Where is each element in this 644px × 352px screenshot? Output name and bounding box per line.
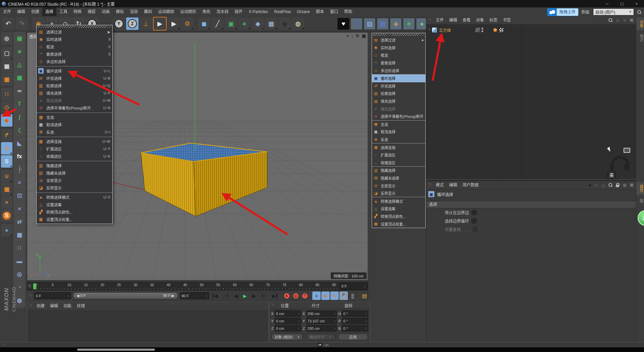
autokey-button[interactable]: ◎ [291,292,300,300]
tweak-cage-icon[interactable]: ▣ [14,32,25,45]
menubar-item[interactable]: 渲染 [127,7,141,16]
panel-menu-item[interactable]: 对象 [473,16,487,24]
undo-button[interactable]: ↶ [2,17,14,30]
render-settings-button[interactable]: ⚙ [181,17,194,30]
shrink-selection-icon[interactable]: ↓ 收缩选区 U~K [37,152,112,160]
xp-scene-button[interactable]: ▨ [364,18,376,30]
viewport-filter-button[interactable]: ● [1,142,12,155]
show-all-icon[interactable]: ◎ 全部显示 [37,177,112,184]
menubar-item[interactable]: RealFlow [271,7,294,16]
goto-end-button[interactable]: ▶ [271,292,279,300]
select-connected-icon[interactable]: ▩ 选择连接 [372,143,425,151]
phong-break-icon[interactable]: ⊘ 选择平滑着色(Phong)断开 U~N [37,104,112,112]
hide-unselected-icon[interactable]: ▤ 隐藏未选择 [37,169,112,177]
invert-selection-icon[interactable]: ⊠ 反选 [372,136,425,143]
make-editable-button[interactable]: ◍ [1,32,12,45]
mirror-button[interactable]: × [1,196,12,209]
record-pla-button[interactable]: ⣿ [348,292,357,300]
maximize-button[interactable]: ▢ [614,0,629,7]
object-tree[interactable]: └ 立方体 英 [426,24,636,179]
record-rotation-button[interactable]: ↻ [330,292,339,300]
phong-break-icon[interactable]: ⊘ 选择平滑着色(Phong)断开 [372,113,425,120]
randomize-icon[interactable]: ⊡ [14,189,25,202]
rectangle-selection-icon[interactable]: □ 框选 [372,51,425,59]
panel-menu-item[interactable]: 模式 [433,181,446,189]
fill-selection-icon[interactable]: ▨ 填充选择 [372,97,425,105]
vertical-tab[interactable]: 属性 [636,182,644,195]
menubar-item[interactable]: 运动跟踪 [155,7,177,16]
am-parent-icon[interactable]: △ [601,182,606,188]
drag-upload-button[interactable]: 拖拽上传 [547,8,579,16]
path-selection-icon[interactable]: ◈ 路径选择 U~M [37,97,112,104]
menubar-item[interactable]: 窗口 [327,7,341,16]
option-row[interactable]: 停止在边界边 [426,208,636,217]
select-all-icon[interactable]: ▦ 全选 [372,120,425,128]
notification-badge[interactable]: 25 [638,210,644,226]
vertical-tab[interactable]: 层 [636,196,644,205]
invert-visibility-icon[interactable]: ◪ 反转显示 [37,184,112,191]
scale-sphere-button[interactable]: S [1,209,12,222]
size-y-field[interactable]: 73.107 cm↕ [306,318,337,324]
viewport-rotate-icon[interactable]: ↻ [356,33,360,39]
menubar-item[interactable]: 帮助 [341,7,355,16]
align-icon[interactable]: ◎ [14,268,25,280]
fill-selection-icon[interactable]: ▨ 填充选择 U~F [37,89,112,97]
menubar-item[interactable]: 雕刻 [141,7,155,16]
checkbox[interactable] [472,210,477,215]
text-object-icon[interactable]: T [14,98,25,110]
array-object-icon[interactable]: ∗ [14,45,25,58]
visibility-toggles[interactable] [475,28,489,32]
rectangle-selection-icon[interactable]: □ 框选 0 [37,43,112,50]
am-forward-icon[interactable]: ▷ [594,182,599,188]
path-selection-icon[interactable]: ◈ 路径选择 [372,105,425,113]
om-search-icon[interactable] [608,17,613,23]
fracture-object-icon[interactable]: ▦ [14,72,25,84]
timeline-frame-spinner[interactable]: 0 F↕ [340,283,367,290]
spline-pen-button[interactable]: ╱ [211,17,224,30]
next-frame-button[interactable]: ▶ [250,292,258,300]
vertex-weight-icon[interactable]: ▩ 设置顶点权重... [37,216,112,223]
menubar-item[interactable]: 动画 [99,7,113,16]
am-target-icon[interactable]: ◎ [622,182,627,188]
am-search-icon[interactable] [608,182,613,188]
viewport-pan-icon[interactable]: + [346,33,349,39]
snap-button[interactable]: ∪ [1,170,12,182]
video-progress-bar[interactable] [0,347,644,352]
grow-selection-icon[interactable]: ↑ 扩展选区 U~Y [37,145,112,152]
spread-icon[interactable]: × [14,203,25,215]
vertex-color-icon[interactable]: ▞ 转换顶点颜色... [37,208,112,216]
options-section-header[interactable]: 选项 [426,201,636,208]
search-icon[interactable] [637,9,642,15]
loop-selection-icon[interactable]: ▣ 循环选择 U~L [37,66,112,75]
hierarchy-tool-icon[interactable]: ├ [14,163,25,176]
deformer-button[interactable]: ◆ [252,17,264,30]
points-mode-button[interactable]: ∷ [1,88,12,100]
deselect-all-icon[interactable]: ▦ 取消选择 [37,121,112,128]
ring-selection-icon[interactable]: ⇄ 环状选择 U~B [37,75,112,82]
deselect-all-icon[interactable]: ▦ 取消选择 [372,128,425,136]
rotation-p-field[interactable]: 0 °↕ [342,318,368,324]
size-z-field[interactable]: 200 cm↕ [306,325,337,332]
rotation-b-field[interactable]: 0 °↕ [342,325,368,332]
invert-visibility-icon[interactable]: ◪ 反转显示 [372,189,425,197]
goto-start-button[interactable]: ◀ [211,292,219,300]
interface-select[interactable]: 启动 (用户) ▼ [593,8,634,15]
hide-unselected-icon[interactable]: ▤ 隐藏未选择 [372,174,425,182]
am-back-icon[interactable]: ◀ [587,182,592,188]
panel-menu-item[interactable]: 文件 [433,16,446,24]
vertex-color-icon[interactable]: ▞ 转换顶点颜色... [372,213,425,220]
panel-handle[interactable] [28,294,31,298]
current-frame-spinner[interactable]: 0 F↕ [34,292,71,299]
object-name[interactable]: 立方体 [439,27,451,33]
position-y-field[interactable]: 0 cm↕ [275,318,301,324]
panel-menu-item[interactable]: 创建 [34,302,47,310]
axis-y-button[interactable]: Y [113,17,125,30]
redo-button[interactable]: ↷ [15,17,28,30]
menubar-item[interactable]: 工具 [56,7,70,16]
menubar-item[interactable]: X-Particles [246,7,271,16]
panel-handle[interactable] [1,344,5,347]
viewport-toggle-icon[interactable]: ▣ [362,33,366,39]
outline-selection-icon[interactable]: ▧ 轮廓选择 U~Q [37,82,112,89]
option-row[interactable]: 尽量查找 . . . . [426,225,636,233]
om-add-panel-icon[interactable]: ⊞ [629,17,634,23]
